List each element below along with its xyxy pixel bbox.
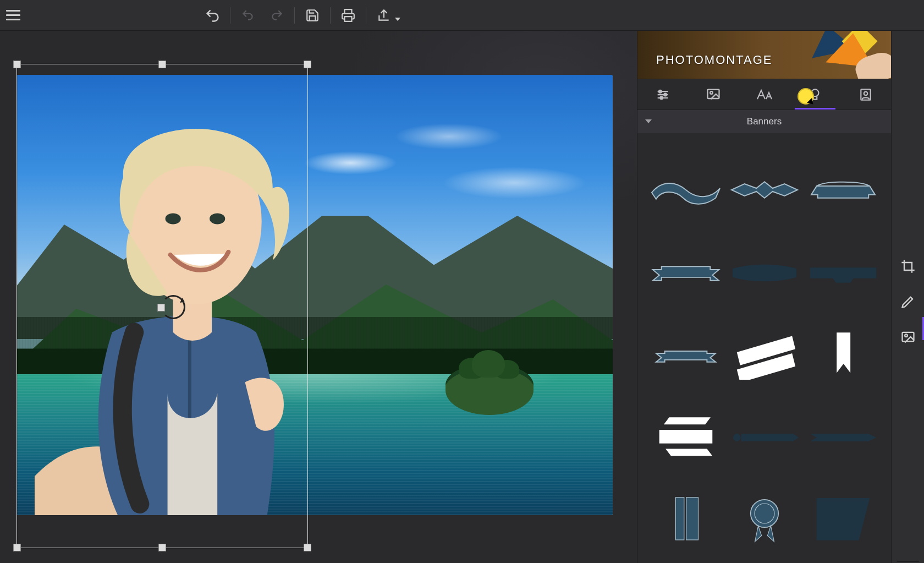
selection-handle-tr[interactable] (304, 61, 311, 68)
redo-icon (270, 8, 284, 23)
shape-ribbon-mini[interactable] (648, 322, 724, 388)
crop-icon (900, 259, 916, 274)
selection-handle-bl[interactable] (13, 544, 21, 551)
tab-image[interactable] (688, 79, 739, 110)
tab-portrait[interactable] (840, 79, 891, 110)
tab-adjust[interactable] (637, 79, 688, 110)
collapse-icon (645, 119, 652, 123)
undo-step-button[interactable] (234, 0, 262, 31)
shape-banner-bar-dark[interactable] (727, 239, 802, 305)
shape-pin-strip-dark[interactable] (727, 405, 802, 471)
tab-text[interactable] (739, 79, 789, 110)
separator (230, 7, 230, 24)
shape-ribbon-emblem[interactable] (727, 157, 802, 223)
print-icon (341, 8, 355, 23)
undo-icon (205, 8, 220, 23)
selection-handle-bm[interactable] (158, 544, 166, 551)
svg-point-8 (710, 91, 713, 94)
undo-button[interactable] (198, 0, 227, 31)
toolbar-actions (198, 0, 400, 31)
sliders-icon (655, 87, 670, 102)
shape-ribbon-diagonal-white[interactable] (727, 322, 802, 388)
shape-banner-angled-dark[interactable] (805, 487, 881, 553)
shape-banner-folded-dark[interactable] (805, 239, 881, 305)
section-banners[interactable]: Banners (637, 110, 891, 133)
save-button[interactable] (298, 0, 327, 31)
shape-row (646, 314, 882, 396)
canvas-image[interactable] (16, 75, 613, 515)
shape-stack-sign-white[interactable] (648, 405, 724, 471)
shape-medal-ribbon[interactable] (727, 487, 802, 553)
shape-ribbon-scroll[interactable] (805, 157, 881, 223)
selection-handle-br[interactable] (304, 544, 311, 551)
shape-ribbon-split-tail[interactable] (648, 239, 724, 305)
shape-bookmark-white[interactable] (805, 322, 881, 388)
section-title-text: Banners (747, 116, 782, 127)
shape-row (646, 231, 882, 314)
svg-point-6 (660, 96, 663, 99)
shape-row (646, 479, 882, 561)
svg-point-5 (664, 93, 667, 96)
separator (294, 7, 295, 24)
tab-shapes[interactable] (790, 79, 840, 110)
text-icon (756, 87, 773, 102)
svg-rect-0 (345, 17, 352, 21)
shape-ribbon-wave[interactable] (648, 157, 724, 223)
svg-point-11 (864, 91, 868, 95)
crop-tool[interactable] (897, 255, 919, 277)
redo-button[interactable] (262, 0, 291, 31)
svg-point-9 (811, 89, 818, 96)
hamburger-icon (6, 14, 20, 16)
canvas-island (446, 365, 534, 415)
main: PHOTOMONTAGE Banners (0, 31, 924, 563)
pencil-icon (900, 294, 916, 309)
svg-point-12 (733, 434, 740, 441)
share-dropdown[interactable] (370, 0, 400, 31)
save-icon (305, 8, 320, 23)
canvas-area[interactable] (0, 31, 637, 563)
draw-tool[interactable] (897, 291, 919, 313)
panel-hero: PHOTOMONTAGE (637, 31, 891, 79)
panel-title: PHOTOMONTAGE (656, 53, 772, 67)
right-panel: PHOTOMONTAGE Banners (637, 31, 891, 563)
shape-row (646, 149, 882, 231)
chevron-down-icon (395, 18, 400, 21)
svg-point-4 (659, 90, 662, 92)
undo-step-icon (241, 8, 255, 23)
shape-badge-vertical[interactable] (648, 487, 724, 553)
menu-button[interactable] (0, 0, 26, 31)
topbar (0, 0, 924, 31)
shape-row (646, 396, 882, 479)
svg-rect-14 (675, 498, 684, 540)
selection-handle-tl[interactable] (13, 61, 21, 68)
svg-point-19 (905, 334, 908, 337)
panel-tabs (637, 79, 891, 110)
selection-handle-tm[interactable] (158, 61, 166, 68)
shapes-grid[interactable] (637, 133, 891, 563)
share-icon (377, 8, 391, 23)
image-panel-tool[interactable] (897, 326, 919, 348)
shape-tag-strip-dark[interactable] (805, 405, 881, 471)
print-button[interactable] (334, 0, 362, 31)
svg-rect-13 (741, 434, 793, 441)
svg-rect-15 (686, 498, 698, 540)
separator (330, 7, 331, 24)
image-panel-icon (900, 329, 916, 345)
portrait-icon (859, 88, 873, 102)
image-icon (706, 87, 721, 102)
separator (366, 7, 366, 24)
tool-rail (891, 31, 924, 563)
